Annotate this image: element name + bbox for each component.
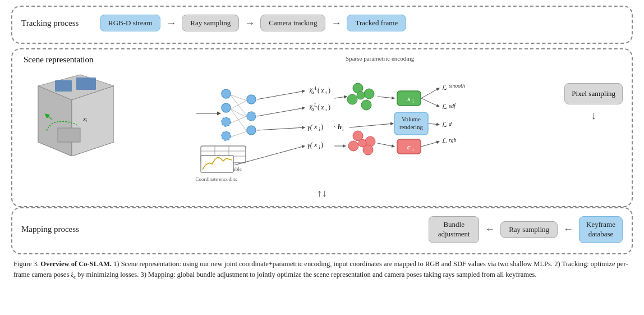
tracking-section-label: Tracking process <box>21 19 94 28</box>
scene-representation-container: Scene representation <box>11 48 633 207</box>
svg-text:ℒ: ℒ <box>442 137 447 145</box>
svg-line-19 <box>231 109 247 131</box>
keyframe-database-box: Keyframe database <box>579 216 623 243</box>
svg-text:γ(: γ( <box>307 123 313 131</box>
svg-line-70 <box>334 97 347 98</box>
svg-text:sdf: sdf <box>449 103 456 109</box>
pixel-sampling-box: Pixel sampling <box>564 83 623 104</box>
svg-text:i: i <box>325 107 327 112</box>
svg-text:Volume: Volume <box>402 116 421 122</box>
svg-text:1: 1 <box>314 85 317 91</box>
mapping-arrow-2: ← <box>563 223 573 235</box>
svg-point-14 <box>247 126 256 135</box>
svg-point-9 <box>222 103 231 112</box>
svg-line-32 <box>257 127 305 130</box>
svg-point-60 <box>347 94 357 104</box>
tracked-frame-box: Tracked frame <box>347 15 406 31</box>
svg-line-94 <box>421 141 439 147</box>
svg-line-82 <box>378 97 394 98</box>
svg-line-30 <box>257 91 305 99</box>
camera-tracking-box: Camera tracking <box>260 15 325 31</box>
svg-text:smooth: smooth <box>449 83 465 89</box>
mapping-process-container: Mapping process Bundle adjustment ← Ray … <box>11 207 633 254</box>
svg-rect-4 <box>55 80 72 92</box>
caption-prefix: Figure 3. <box>13 260 40 268</box>
svg-text:i: i <box>319 126 320 132</box>
arrow-3: → <box>331 17 341 29</box>
mapping-arrow-1: ← <box>485 223 495 235</box>
svg-line-85 <box>421 88 439 98</box>
svg-line-15 <box>231 95 247 101</box>
caption-text2: by minimizing losses. 3) Mapping: global… <box>76 271 537 279</box>
scene-diagram-svg: Hash lookup table xi 𝒱 1 α ( x i <box>195 63 521 181</box>
svg-text:x: x <box>314 123 318 131</box>
svg-point-67 <box>358 139 366 147</box>
scene-left-col: Scene representation <box>21 55 195 156</box>
rgb-d-stream-box: RGB-D stream <box>100 15 160 31</box>
bundle-adjustment-box: Bundle adjustment <box>429 216 479 243</box>
svg-text:h: h <box>338 122 342 131</box>
svg-text:rgb: rgb <box>449 137 457 143</box>
scene-center-col: Sparse parametric encoding <box>195 55 564 183</box>
svg-text:c: c <box>407 143 411 151</box>
ray-sampling-box-tracking: Ray sampling <box>182 15 239 31</box>
arrow-2: → <box>245 17 255 29</box>
svg-line-21 <box>231 131 247 137</box>
svg-text:α: α <box>311 89 314 95</box>
svg-text:i: i <box>325 90 327 95</box>
pixel-sampling-col: Pixel sampling ↓ <box>564 55 623 122</box>
svg-text:rendering: rendering <box>399 124 424 130</box>
svg-text:L: L <box>314 102 318 108</box>
svg-rect-5 <box>76 77 96 90</box>
svg-point-59 <box>364 89 374 99</box>
mapping-section-label: Mapping process <box>21 225 94 234</box>
svg-text:ℒ: ℒ <box>442 103 447 111</box>
room-image: xi <box>27 69 114 156</box>
updown-arrows: ↑↓ <box>18 188 626 199</box>
svg-line-83 <box>378 143 394 147</box>
down-arrow-pixel: ↓ <box>591 109 596 122</box>
svg-text:ℒ: ℒ <box>442 84 447 92</box>
tracking-process-container: Tracking process RGB-D stream → Ray samp… <box>11 6 633 44</box>
svg-line-31 <box>257 108 305 116</box>
svg-text:): ) <box>321 141 323 149</box>
caption-bold: Overview of Co-SLAM. <box>40 260 112 268</box>
svg-point-13 <box>247 112 256 121</box>
svg-text:γ(: γ( <box>307 141 313 149</box>
svg-point-10 <box>222 117 231 126</box>
svg-text:i: i <box>319 144 320 150</box>
svg-line-17 <box>231 101 247 109</box>
svg-text:ℒ: ℒ <box>442 121 447 129</box>
updown-arrow-icon: ↑↓ <box>317 188 327 199</box>
svg-point-12 <box>247 95 256 104</box>
svg-point-62 <box>357 92 365 99</box>
figure-caption: Figure 3. Overview of Co-SLAM. 1) Scene … <box>11 259 633 281</box>
svg-point-65 <box>348 141 358 151</box>
svg-text:α: α <box>311 106 314 112</box>
svg-rect-6 <box>58 128 80 142</box>
svg-text:d: d <box>449 121 452 127</box>
svg-point-61 <box>361 100 371 110</box>
ray-sampling-box-mapping: Ray sampling <box>500 221 558 238</box>
svg-text:x: x <box>320 103 324 111</box>
svg-line-88 <box>421 98 439 107</box>
mapping-row: Mapping process Bundle adjustment ← Ray … <box>18 212 626 248</box>
svg-text:x: x <box>314 141 318 149</box>
svg-point-11 <box>222 131 231 140</box>
sparse-label: Sparse parametric encoding <box>195 55 564 62</box>
arrow-1: → <box>166 17 176 29</box>
svg-text:): ) <box>328 86 330 94</box>
svg-line-84 <box>349 124 393 127</box>
svg-text:s: s <box>407 94 410 103</box>
svg-text:): ) <box>328 103 330 111</box>
svg-text:Coordinate encoding: Coordinate encoding <box>195 176 238 181</box>
svg-line-72 <box>334 126 335 127</box>
svg-text:x: x <box>320 86 324 94</box>
svg-text:i: i <box>342 126 344 132</box>
svg-line-91 <box>429 124 439 125</box>
svg-text:(: ( <box>318 86 320 94</box>
svg-text:(: ( <box>318 103 320 111</box>
scene-row: Scene representation <box>18 53 626 186</box>
scene-section-label: Scene representation <box>21 55 195 65</box>
svg-point-8 <box>222 89 231 98</box>
